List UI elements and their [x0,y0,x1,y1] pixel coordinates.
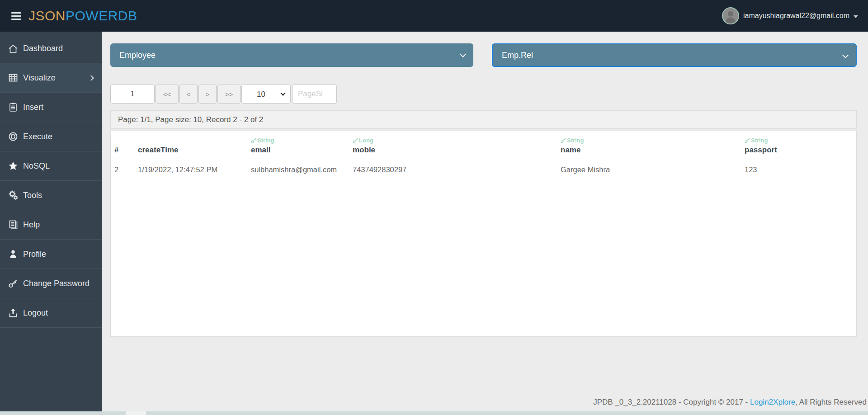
footer-text-after: , All Rights Reserved [795,398,867,406]
avatar [722,7,739,24]
key-type-icon [745,137,750,143]
main-content: Employee Emp.Rel << < > >> 10 Page: 1/1,… [102,32,868,415]
sidebar-item-label: Dashboard [23,44,95,53]
cell-email: sulbhamishra@gmail.com [247,159,349,180]
relation-group-value: Employee [119,51,156,60]
cell-index: 2 [111,159,134,180]
column-header-name[interactable]: String name [557,131,741,159]
user-icon [8,249,19,259]
hamburger-menu-icon[interactable] [11,12,21,20]
page-size-input[interactable] [292,85,337,104]
key-type-icon [561,137,566,143]
last-page-button[interactable]: >> [217,85,241,104]
sidebar-item-profile[interactable]: Profile [0,240,102,269]
logo-powerdb-text: POWERDB [66,8,137,23]
sidebar-item-nosql[interactable]: NoSQL [0,151,102,181]
sidebar-item-label: Visualize [23,73,89,83]
column-header-passport[interactable]: String passport [741,131,856,159]
record-status-text: Page: 1/1, Page size: 10, Record 2 - 2 o… [118,115,263,124]
app-logo[interactable]: JSONPOWERDB [28,8,137,24]
page-number-input[interactable] [110,85,155,104]
horizontal-scrollbar-thumb[interactable] [126,411,146,415]
clipboard-icon [8,102,19,113]
sidebar-item-visualize[interactable]: Visualize [0,63,102,93]
page-size-select-wrap: 10 [241,85,291,104]
sidebar-item-tools[interactable]: Tools [0,181,102,210]
key-icon [8,278,19,289]
logo-json-text: JSON [28,8,66,23]
sidebar-item-label: Profile [23,250,95,259]
footer-text-before: JPDB _0_3_2.20211028 - Copyright © 2017 … [593,398,750,406]
sidebar-item-label: Logout [23,308,95,318]
user-menu[interactable]: iamayushiagrawal22@gmail.com [722,7,858,24]
star-icon [8,160,19,171]
first-page-button[interactable]: << [156,85,179,104]
relation-selectors-row: Employee Emp.Rel [110,43,857,67]
chevron-down-icon [842,52,849,58]
horizontal-scrollbar[interactable] [0,411,868,415]
person-photo-icon [723,8,738,24]
sidebar-item-label: NoSQL [23,161,95,171]
sidebar: Dashboard Visualize Insert Execute NoSQL [0,32,102,415]
sidebar-item-label: Tools [23,191,95,200]
life-ring-icon [8,131,19,142]
sidebar-item-label: Help [23,220,95,230]
sidebar-item-dashboard[interactable]: Dashboard [0,34,102,63]
key-type-icon [251,137,257,143]
user-email: iamayushiagrawal22@gmail.com [743,12,849,20]
next-page-button[interactable]: > [198,85,217,104]
sidebar-item-change-password[interactable]: Change Password [0,269,102,298]
cell-passport: 123 [741,159,856,180]
sidebar-item-execute[interactable]: Execute [0,122,102,151]
logout-upload-icon [8,307,19,318]
record-status-bar: Page: 1/1, Page size: 10, Record 2 - 2 o… [110,110,857,129]
key-type-icon [353,137,359,143]
relation-value: Emp.Rel [502,51,533,60]
page-size-select[interactable]: 10 [241,85,291,104]
sidebar-item-label: Insert [23,103,95,112]
relation-group-select[interactable]: Employee [110,43,473,67]
chevron-down-icon [460,51,466,57]
chevron-right-icon [88,75,94,81]
cell-name: Gargee Mishra [557,159,741,180]
sidebar-item-logout[interactable]: Logout [0,298,102,328]
prev-page-button[interactable]: < [179,85,198,104]
top-navbar: JSONPOWERDB iamayushiagrawal22@gmail.com [0,0,868,32]
result-table: # createTime String email Long mobie Str… [111,131,856,179]
home-icon [8,43,19,54]
column-header-mobie[interactable]: Long mobie [349,131,557,159]
sidebar-item-help[interactable]: Help [0,210,102,240]
sidebar-item-label: Change Password [23,279,95,288]
gears-icon [8,190,19,201]
result-grid-panel: # createTime String email Long mobie Str… [110,131,857,337]
footer-copyright: JPDB _0_3_2.20211028 - Copyright © 2017 … [593,398,867,407]
pagination-bar: << < > >> 10 [110,85,857,104]
cell-mobie: 7437492830297 [349,159,557,180]
login2xplore-link[interactable]: Login2Xplore [750,398,795,406]
book-icon [8,219,19,230]
column-header-createtime[interactable]: createTime [134,131,247,159]
table-icon [8,72,19,83]
cell-createtime: 1/19/2022, 12:47:52 PM [134,159,247,180]
table-header-row: # createTime String email Long mobie Str… [111,131,856,159]
column-header-email[interactable]: String email [247,131,349,159]
sidebar-item-label: Execute [23,132,95,141]
caret-down-icon [854,15,858,18]
sidebar-item-insert[interactable]: Insert [0,93,102,122]
table-row[interactable]: 2 1/19/2022, 12:47:52 PM sulbhamishra@gm… [111,159,856,180]
column-header-index[interactable]: # [111,131,134,159]
relation-select[interactable]: Emp.Rel [492,43,857,67]
